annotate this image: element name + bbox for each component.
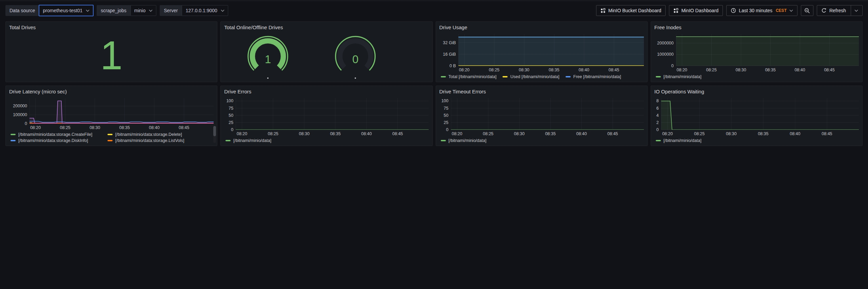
y-tick-label: 32 GiB	[443, 40, 456, 45]
plot-canvas[interactable]	[236, 98, 429, 130]
legend-item[interactable]: [/bitnami/minio/data]	[656, 138, 702, 143]
y-tick-label: 0	[446, 127, 449, 132]
legend-label: Free [/bitnami/minio/data]	[573, 74, 621, 79]
panel-title[interactable]: Total Online/Offline Drives	[224, 24, 429, 31]
legend: [/bitnami/minio/data]	[224, 138, 429, 143]
free-inodes-chart: 01000000200000008:2008:2508:3008:3508:40…	[654, 34, 859, 79]
y-tick-label: 100	[441, 98, 449, 103]
minio-bucket-dashboard-label: MinIO Bucket Dashboard	[608, 8, 661, 13]
data-source-variable: Data source prometheus-test01	[5, 5, 93, 16]
legend-label: Used [/bitnami/minio/data]	[510, 74, 559, 79]
chart-svg	[29, 98, 214, 124]
legend-swatch	[502, 76, 508, 77]
panel-title[interactable]: Drive Usage	[439, 24, 644, 31]
series-fill	[458, 37, 644, 66]
time-range-picker[interactable]: Last 30 minutes CEST	[726, 5, 797, 16]
legend-label: [/bitnami/minio/data]	[664, 138, 702, 143]
server-label: Server	[160, 5, 182, 16]
clock-icon	[731, 8, 736, 13]
dashboard-toolbar: Data source prometheus-test01 scrape_job…	[5, 5, 863, 16]
legend-swatch	[656, 76, 661, 77]
legend-item[interactable]: [/bitnami/minio/data:storage.CreateFile]	[11, 132, 101, 137]
plot-canvas[interactable]	[458, 34, 644, 66]
legend-item[interactable]: [/bitnami/minio/data:storage.ListVols]	[107, 138, 214, 143]
y-tick-label: 2000000	[657, 41, 674, 46]
legend-swatch	[441, 76, 446, 77]
top-edge-divider	[0, 0, 868, 1]
chevron-down-icon[interactable]	[854, 10, 858, 12]
x-tick-label: 08:25	[694, 131, 705, 136]
offline-drives-gauge: 0	[312, 32, 399, 79]
x-axis: 08:2008:2508:3008:3508:4008:45	[661, 131, 859, 137]
legend-item[interactable]: [/bitnami/minio/data:storage.DiskInfo]	[11, 138, 101, 143]
legend-item[interactable]: [/bitnami/minio/data:storage.Delete]	[107, 132, 214, 137]
panel-title[interactable]: Free Inodes	[654, 24, 859, 31]
panel-online-offline-drives: Total Online/Offline Drives 1	[220, 21, 432, 82]
panel-row-2: Drive Latency (micro sec) 01000002000000…	[5, 86, 863, 146]
plot-canvas[interactable]	[676, 34, 859, 66]
scrape-jobs-label: scrape_jobs	[97, 5, 131, 16]
legend-label: [/bitnami/minio/data:storage.DiskInfo]	[18, 138, 88, 143]
y-axis: 0100000200000	[9, 98, 29, 124]
legend-item[interactable]: [/bitnami/minio/data]	[441, 138, 487, 143]
legend-item[interactable]: Free [/bitnami/minio/data]	[566, 74, 621, 79]
server-value: 127.0.0.1:9000	[185, 8, 217, 13]
series-line	[29, 101, 214, 123]
legend-item[interactable]: [/bitnami/minio/data]	[225, 138, 271, 143]
plot-canvas[interactable]	[29, 98, 214, 124]
y-tick-label: 200000	[13, 104, 27, 108]
zoom-out-time-button[interactable]	[801, 5, 813, 16]
plot-canvas[interactable]	[451, 98, 644, 130]
legend-item[interactable]: Used [/bitnami/minio/data]	[502, 74, 559, 79]
refresh-button[interactable]: Refresh	[817, 5, 863, 16]
plot-canvas[interactable]	[661, 98, 859, 130]
panel-title[interactable]: Drive Timeout Errors	[439, 88, 644, 95]
scrape-jobs-value: minio	[134, 8, 145, 13]
refresh-icon	[821, 8, 827, 13]
chart-svg	[458, 34, 644, 66]
x-tick-label: 08:45	[392, 131, 403, 136]
legend-label: [/bitnami/minio/data]	[233, 138, 271, 143]
legend-scrollbar[interactable]	[213, 126, 216, 143]
chevron-down-icon	[789, 10, 793, 12]
chart-svg	[661, 98, 859, 130]
legend: [/bitnami/minio/data]	[654, 74, 859, 79]
x-tick-label: 08:45	[607, 131, 618, 136]
x-tick-label: 08:35	[545, 131, 556, 136]
panel-title[interactable]: IO Operations Waiting	[654, 88, 859, 95]
x-tick-label: 08:35	[758, 131, 768, 136]
y-axis: 0 B16 GiB32 GiB	[439, 34, 458, 66]
panel-drive-latency: Drive Latency (micro sec) 01000002000000…	[5, 86, 217, 146]
legend-item[interactable]: Total [/bitnami/minio/data]	[441, 74, 497, 79]
legend-swatch	[11, 134, 16, 135]
panel-title[interactable]: Total Drives	[9, 24, 214, 31]
panel-drive-errors: Drive Errors 025507510008:2008:2508:3008…	[220, 86, 432, 146]
button-divider	[851, 5, 851, 16]
legend-swatch	[107, 140, 113, 141]
y-tick-label: 0	[656, 127, 659, 132]
refresh-label: Refresh	[829, 8, 846, 13]
x-axis: 08:2008:2508:3008:3508:4008:45	[451, 131, 644, 137]
scrape-jobs-variable: scrape_jobs minio	[97, 5, 156, 16]
x-tick-label: 08:30	[519, 68, 529, 72]
minio-dashboard-button[interactable]: MinIO Dashboard	[669, 5, 723, 16]
legend-scrollbar-thumb[interactable]	[213, 126, 216, 136]
y-axis: 010000002000000	[654, 34, 676, 66]
server-select[interactable]: 127.0.0.1:9000	[182, 5, 228, 16]
x-tick-label: 08:40	[579, 68, 589, 72]
chevron-down-icon	[221, 10, 224, 12]
legend-label: Total [/bitnami/minio/data]	[449, 74, 497, 79]
drive-usage-chart: 0 B16 GiB32 GiB08:2008:2508:3008:3508:40…	[439, 34, 644, 79]
legend-item[interactable]: [/bitnami/minio/data]	[656, 74, 702, 79]
minio-bucket-dashboard-button[interactable]: MinIO Bucket Dashboard	[596, 5, 666, 16]
legend: [/bitnami/minio/data]	[654, 138, 859, 143]
panel-title[interactable]: Drive Errors	[224, 88, 429, 95]
y-tick-label: 1000000	[657, 52, 674, 57]
x-tick-label: 08:30	[299, 131, 310, 136]
scrape-jobs-select[interactable]: minio	[131, 5, 156, 16]
stat-body: 1	[9, 31, 214, 79]
y-tick-label: 2	[656, 120, 659, 125]
y-tick-label: 50	[229, 113, 233, 118]
data-source-select[interactable]: prometheus-test01	[39, 5, 94, 16]
panel-title[interactable]: Drive Latency (micro sec)	[9, 88, 214, 95]
